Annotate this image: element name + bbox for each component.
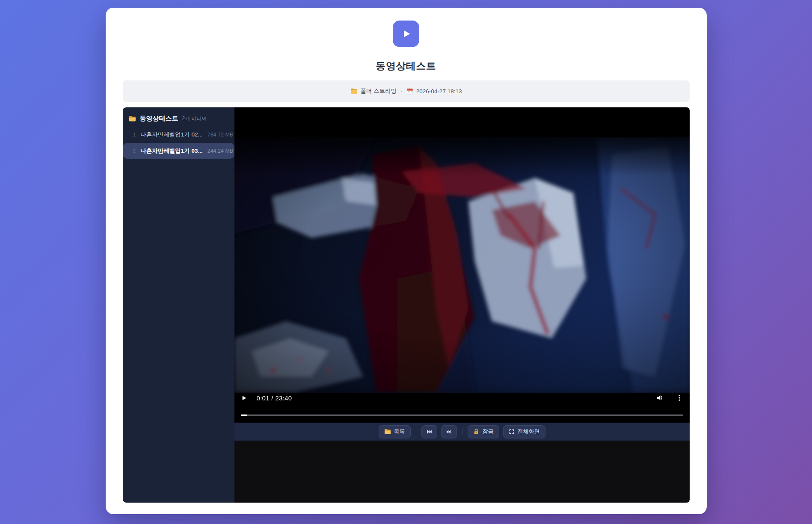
playlist-item-index: 2 — [133, 143, 136, 159]
video-timeline[interactable] — [241, 414, 683, 416]
video-time-display: 0:01 / 23:40 — [257, 394, 292, 402]
lock-button[interactable]: 잠금 — [468, 425, 499, 438]
video-area: 0:01 / 23:40 — [234, 107, 690, 503]
playlist-sidebar: 동영상테스트 2개 미디어 1 나혼자만레벨업1기 02... 784.72 M… — [123, 107, 234, 503]
video-controls-row: 0:01 / 23:40 — [241, 391, 683, 405]
calendar-icon — [406, 88, 413, 95]
playlist-item-title: 나혼자만레벨업1기 03... — [140, 143, 203, 159]
toolbar-divider — [462, 428, 462, 435]
fullscreen-button-label: 전체화면 — [518, 428, 540, 435]
video-frame — [234, 137, 690, 393]
playlist-item-size: 784.72 MB — [207, 128, 233, 142]
video-player[interactable]: 0:01 / 23:40 — [234, 107, 690, 423]
meta-folder-label: 폴더 스트리밍 — [361, 87, 397, 95]
lock-icon — [473, 429, 480, 435]
app-logo — [393, 21, 419, 47]
page-title: 동영상테스트 — [123, 59, 690, 73]
folder-icon — [129, 115, 136, 122]
play-icon — [400, 28, 412, 39]
video-volume-button[interactable] — [656, 394, 664, 402]
playlist-item-title: 나혼자만레벨업1기 02... — [140, 127, 203, 142]
overflow-menu-icon — [676, 394, 683, 402]
meta-separator: · — [400, 88, 403, 95]
fullscreen-icon — [509, 429, 515, 435]
folder-icon — [384, 429, 391, 435]
app-card: 동영상테스트 폴더 스트리밍 · 2026-04-27 18:13 — [106, 8, 707, 514]
player-block: 동영상테스트 2개 미디어 1 나혼자만레벨업1기 02... 784.72 M… — [123, 107, 690, 503]
folder-icon — [350, 88, 358, 95]
playlist-item-size: 244.24 MB — [207, 143, 233, 159]
next-button[interactable] — [441, 425, 457, 438]
video-timeline-played — [241, 414, 247, 416]
play-icon — [241, 395, 247, 401]
skip-next-icon — [446, 429, 452, 435]
playlist-item-selected[interactable]: 2 나혼자만레벨업1기 03... 244.24 MB — [123, 143, 234, 159]
volume-icon — [656, 394, 664, 402]
playlist-folder-name: 동영상테스트 — [140, 115, 178, 123]
video-controls: 0:01 / 23:40 — [234, 385, 690, 423]
playlist-item-index: 1 — [133, 128, 136, 142]
video-play-button[interactable] — [241, 395, 247, 401]
meta-bar: 폴더 스트리밍 · 2026-04-27 18:13 — [123, 80, 690, 102]
list-button[interactable]: 목록 — [379, 425, 411, 438]
list-button-label: 목록 — [394, 428, 405, 435]
fullscreen-button[interactable]: 전체화면 — [503, 425, 545, 438]
toolbar-divider — [416, 428, 416, 435]
playlist-item[interactable]: 1 나혼자만레벨업1기 02... 784.72 MB — [123, 127, 234, 142]
video-overflow-menu-button[interactable] — [676, 394, 683, 402]
skip-previous-icon — [426, 429, 433, 435]
playlist-header: 동영상테스트 2개 미디어 — [123, 107, 234, 127]
playlist: 1 나혼자만레벨업1기 02... 784.72 MB 2 나혼자만레벨업1기 … — [123, 127, 234, 159]
player-toolbar: 목록 — [234, 423, 690, 441]
video-filler — [234, 441, 690, 503]
playlist-media-count: 2개 미디어 — [182, 115, 207, 122]
lock-button-label: 잠금 — [483, 428, 494, 435]
meta-datetime: 2026-04-27 18:13 — [416, 88, 462, 95]
previous-button[interactable] — [421, 425, 437, 438]
